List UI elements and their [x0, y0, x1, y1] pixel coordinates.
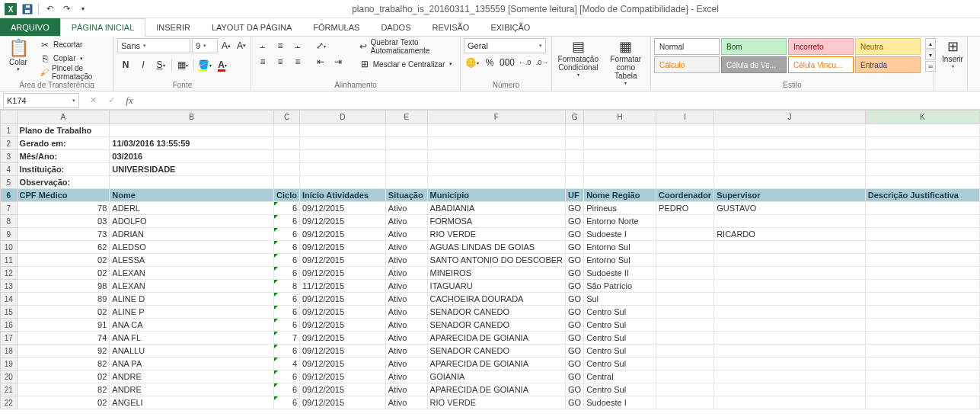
cell[interactable] [714, 370, 866, 383]
cell[interactable]: Centro Sul [584, 332, 656, 345]
row-header[interactable]: 15 [1, 306, 18, 319]
cell[interactable] [656, 332, 714, 345]
cancel-formula-button[interactable]: ✕ [84, 93, 102, 108]
cell[interactable]: GO [566, 254, 584, 267]
cell[interactable] [865, 332, 979, 345]
cell[interactable] [656, 137, 714, 150]
increase-decimal-button[interactable]: ←.0 [516, 55, 533, 70]
column-header[interactable]: B [110, 111, 274, 124]
cell[interactable]: 8 [274, 280, 300, 293]
cell[interactable]: 02 [17, 370, 110, 383]
cell[interactable]: Ativo [385, 306, 427, 319]
row-header[interactable]: 10 [1, 241, 18, 254]
row-header[interactable]: 13 [1, 280, 18, 293]
cell[interactable] [714, 150, 866, 163]
cell[interactable]: 91 [17, 319, 110, 332]
cell[interactable] [656, 176, 714, 189]
cell[interactable] [566, 137, 584, 150]
cell[interactable]: Ativo [385, 370, 427, 383]
column-header[interactable]: G [566, 111, 584, 124]
cell[interactable] [865, 150, 979, 163]
cell[interactable]: 11/03/2016 13:55:59 [110, 137, 274, 150]
column-header[interactable]: D [300, 111, 386, 124]
cell[interactable] [714, 358, 866, 370]
cell[interactable]: 09/12/2015 [300, 215, 386, 228]
select-all-corner[interactable] [1, 111, 18, 124]
cell[interactable]: ALEXAN [110, 267, 274, 280]
cell[interactable] [427, 137, 565, 150]
cell[interactable]: ANGELI [110, 396, 274, 409]
cell[interactable]: ANA PA [110, 358, 274, 370]
cell[interactable]: 03 [17, 215, 110, 228]
cell[interactable]: APARECIDA DE GOIANIA [427, 332, 565, 345]
row-header[interactable]: 14 [1, 293, 18, 306]
cell[interactable]: ANALLU [110, 345, 274, 358]
cell[interactable]: 09/12/2015 [300, 332, 386, 345]
cell[interactable]: Ativo [385, 241, 427, 254]
cell[interactable]: 74 [17, 332, 110, 345]
cell[interactable]: APARECIDA DE GOIANIA [427, 383, 565, 396]
number-format-combo[interactable]: Geral▾ [464, 38, 546, 53]
cell[interactable]: GO [566, 267, 584, 280]
cell[interactable]: 73 [17, 228, 110, 241]
cell[interactable]: Ativo [385, 267, 427, 280]
column-header[interactable]: A [17, 111, 110, 124]
qat-menu-icon[interactable]: ▾ [75, 2, 91, 17]
cell[interactable]: Ativo [385, 280, 427, 293]
row-header[interactable]: 3 [1, 150, 18, 163]
row-header[interactable]: 22 [1, 396, 18, 409]
orientation-button[interactable]: ⤢▾ [312, 38, 329, 53]
cell[interactable]: GO [566, 370, 584, 383]
cell[interactable]: 6 [274, 241, 300, 254]
cell[interactable] [865, 176, 979, 189]
cell[interactable]: Ciclo [274, 189, 300, 202]
cell[interactable]: Sul [584, 293, 656, 306]
cell[interactable]: GO [566, 202, 584, 215]
cell[interactable] [865, 241, 979, 254]
cell[interactable] [714, 280, 866, 293]
cell[interactable] [865, 306, 979, 319]
cell[interactable] [300, 150, 386, 163]
cell[interactable]: São Patrício [584, 280, 656, 293]
font-name-combo[interactable]: Sans▾ [117, 38, 190, 53]
cell[interactable]: Centro Sul [584, 358, 656, 370]
cell[interactable]: RIO VERDE [427, 228, 565, 241]
cell[interactable]: 09/12/2015 [300, 267, 386, 280]
cell[interactable] [656, 254, 714, 267]
undo-icon[interactable]: ↶ [42, 2, 57, 17]
cell[interactable]: AGUAS LINDAS DE GOIAS [427, 241, 565, 254]
cell[interactable] [656, 228, 714, 241]
cell[interactable] [656, 306, 714, 319]
cell[interactable]: Entorno Sul [584, 241, 656, 254]
cell[interactable]: 09/12/2015 [300, 370, 386, 383]
cell[interactable] [110, 124, 274, 137]
cut-button[interactable]: ✂Recortar [37, 38, 110, 51]
cell[interactable]: RIO VERDE [427, 396, 565, 409]
cell[interactable]: UF [566, 189, 584, 202]
tab-data[interactable]: DADOS [370, 18, 421, 36]
cell[interactable]: ALEDSO [110, 241, 274, 254]
tab-layout[interactable]: LAYOUT DA PÁGINA [201, 18, 302, 36]
column-header[interactable]: F [427, 111, 565, 124]
cell[interactable] [566, 176, 584, 189]
cell[interactable] [656, 383, 714, 396]
cell[interactable]: UNIVERSIDADE [110, 163, 274, 176]
cell[interactable]: ALEXAN [110, 280, 274, 293]
cell[interactable] [385, 124, 427, 137]
cell[interactable]: ANA CA [110, 319, 274, 332]
cell[interactable]: Plano de Trabalho [17, 124, 110, 137]
cell[interactable]: 09/12/2015 [300, 345, 386, 358]
style-cell[interactable]: Bom [721, 38, 787, 55]
format-as-table-button[interactable]: ▦ Formatar como Tabela ▾ [605, 38, 647, 87]
format-painter-button[interactable]: 🖌Pincel de Formatação [37, 66, 110, 79]
row-header[interactable]: 19 [1, 358, 18, 370]
cell[interactable] [427, 163, 565, 176]
excel-icon[interactable]: X [3, 2, 18, 17]
italic-button[interactable]: I [135, 57, 152, 72]
cell[interactable] [656, 163, 714, 176]
cell[interactable]: 4 [274, 358, 300, 370]
insert-cells-button[interactable]: ⊞ Inserir ▾ [937, 38, 968, 70]
column-header[interactable]: C [274, 111, 300, 124]
cell[interactable] [865, 254, 979, 267]
cell[interactable]: 6 [274, 319, 300, 332]
